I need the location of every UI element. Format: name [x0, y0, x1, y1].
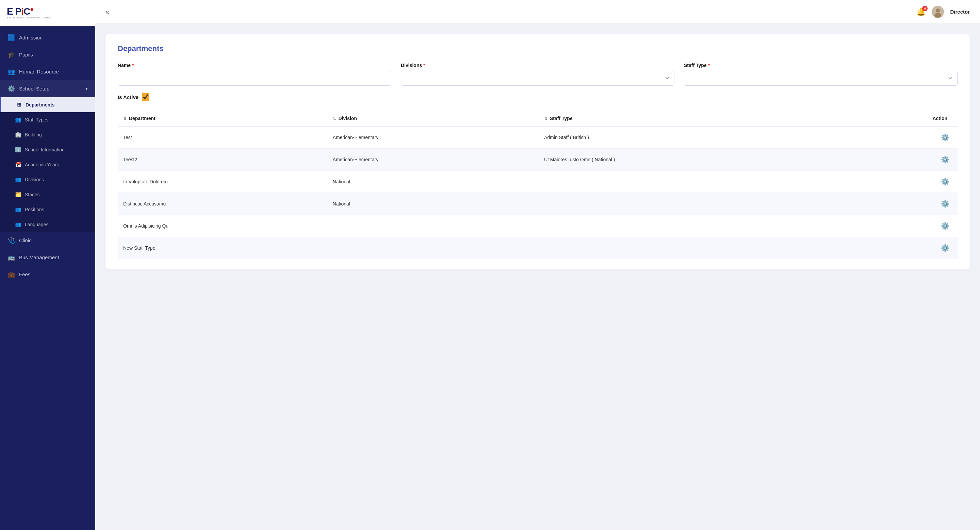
form-row-main: Name * Divisions * American-Elementary N…: [118, 63, 958, 86]
sidebar-label-clinic: Clinic: [19, 238, 88, 243]
departments-icon: ⊞: [16, 102, 22, 108]
sidebar-item-human-resource[interactable]: 👥 Human Resource: [0, 63, 95, 80]
notification-badge: 0: [922, 6, 928, 11]
cell-department: Test: [118, 126, 327, 149]
staff-type-required: *: [708, 63, 710, 68]
topbar: « 🔔 0 Director: [95, 0, 980, 24]
is-active-checkbox[interactable]: [142, 93, 150, 101]
cell-department: Teest2: [118, 149, 327, 171]
settings-button[interactable]: ⚙️: [940, 154, 951, 165]
building-icon: 🏢: [15, 132, 21, 138]
bus-icon: 🚌: [8, 254, 15, 261]
pupils-icon: 🎓: [8, 51, 15, 59]
cell-division: National: [327, 193, 539, 215]
cell-action: ⚙️: [844, 237, 958, 259]
submenu-label-languages: Languages: [25, 222, 48, 227]
submenu-item-academic-years[interactable]: 📅 Academic Years: [0, 157, 95, 172]
academic-years-icon: 📅: [15, 162, 21, 168]
stages-icon: 🗂️: [15, 192, 21, 198]
col-header-staff-type[interactable]: ⇅ Staff Type: [539, 111, 844, 126]
settings-button[interactable]: ⚙️: [940, 176, 951, 187]
chevron-down-icon: ▾: [86, 86, 88, 91]
sidebar-item-clinic[interactable]: 🩺 Clinic: [0, 232, 95, 249]
table-header: ⇅ Department ⇅ Division ⇅ Staff Type: [118, 111, 958, 126]
logo-text: E PiC●: [7, 6, 50, 16]
submenu-label-divisions: Divisions: [25, 177, 44, 182]
sidebar-item-fees[interactable]: 💼 Fees: [0, 266, 95, 283]
submenu-item-staff-types[interactable]: 👥 Staff Types: [0, 112, 95, 127]
submenu-label-academic-years: Academic Years: [25, 162, 59, 167]
table-row: In Voluptate DoloremNational⚙️: [118, 171, 958, 193]
sidebar-nav: 🟦 Admission 🎓 Pupils 👥 Human Resource ⚙️…: [0, 26, 95, 530]
sort-icon-staff-type: ⇅: [544, 117, 547, 121]
sidebar-item-admission[interactable]: 🟦 Admission: [0, 29, 95, 46]
sidebar-item-school-setup[interactable]: ⚙️ School Setup ▾: [0, 80, 95, 97]
submenu-item-languages[interactable]: 👥 Languages: [0, 217, 95, 232]
sidebar-item-pupils[interactable]: 🎓 Pupils: [0, 46, 95, 63]
submenu-item-school-information[interactable]: ℹ️ School Information: [0, 142, 95, 157]
clinic-icon: 🩺: [8, 237, 15, 244]
main-wrapper: « 🔔 0 Director Departments Name *: [95, 0, 980, 530]
cell-division: American-Elementary: [327, 126, 539, 149]
submenu-item-positions[interactable]: 👥 Positions: [0, 202, 95, 217]
avatar: [932, 6, 944, 18]
cell-action: ⚙️: [844, 149, 958, 171]
submenu-item-building[interactable]: 🏢 Building: [0, 127, 95, 142]
sidebar-label-school-setup: School Setup: [19, 86, 81, 92]
submenu-label-stages: Stages: [25, 192, 40, 197]
col-header-division[interactable]: ⇅ Division: [327, 111, 539, 126]
departments-table-container: ⇅ Department ⇅ Division ⇅ Staff Type: [118, 111, 958, 259]
divisions-select[interactable]: American-Elementary National: [401, 71, 675, 86]
settings-button[interactable]: ⚙️: [940, 243, 951, 254]
sidebar-collapse-button[interactable]: «: [105, 8, 109, 16]
settings-button[interactable]: ⚙️: [940, 132, 951, 143]
is-active-label: Is Active: [118, 94, 138, 100]
languages-icon: 👥: [15, 221, 21, 228]
submenu-label-departments: Departments: [25, 102, 55, 108]
fees-icon: 💼: [8, 271, 15, 278]
form-group-divisions: Divisions * American-Elementary National: [401, 63, 675, 86]
settings-button[interactable]: ⚙️: [940, 198, 951, 209]
cell-staff-type: Admin Staff ( British ): [539, 126, 844, 149]
submenu-item-stages[interactable]: 🗂️ Stages: [0, 187, 95, 202]
sidebar-item-bus-management[interactable]: 🚌 Bus Management: [0, 249, 95, 266]
staff-type-select[interactable]: Admin Staff ( British ) Ut Maiores Iusto…: [684, 71, 958, 86]
sort-icon-department: ⇅: [123, 117, 126, 121]
user-name: Director: [950, 9, 970, 14]
submenu-item-divisions[interactable]: 👥 Divisions: [0, 172, 95, 187]
name-label: Name *: [118, 63, 391, 68]
name-input[interactable]: [118, 71, 391, 86]
cell-department: Distinctio Accusamu: [118, 193, 327, 215]
table-row: Omnis Adipisicing Qu⚙️: [118, 215, 958, 237]
settings-button[interactable]: ⚙️: [940, 221, 951, 231]
divisions-icon: 👥: [15, 176, 21, 182]
form-group-staff-type: Staff Type * Admin Staff ( British ) Ut …: [684, 63, 958, 86]
svg-point-2: [934, 13, 941, 18]
cell-division: American-Elementary: [327, 149, 539, 171]
cell-division: [327, 237, 539, 259]
cell-department: Omnis Adipisicing Qu: [118, 215, 327, 237]
table-row: Distinctio AccusamuNational⚙️: [118, 193, 958, 215]
logo-subtitle: Edu Paradigm International College: [7, 16, 50, 19]
school-info-icon: ℹ️: [15, 147, 21, 153]
cell-staff-type: [539, 215, 844, 237]
submenu-label-school-info: School Information: [25, 147, 65, 152]
table-row: Teest2American-ElementaryUt Maiores Iust…: [118, 149, 958, 171]
table-row: New Staff Type⚙️: [118, 237, 958, 259]
logo-area: E PiC● Edu Paradigm International Colleg…: [0, 0, 95, 26]
divisions-label: Divisions *: [401, 63, 675, 68]
name-required: *: [132, 63, 134, 68]
cell-action: ⚙️: [844, 171, 958, 193]
staff-types-icon: 👥: [15, 117, 21, 123]
col-header-department[interactable]: ⇅ Department: [118, 111, 327, 126]
submenu-item-departments[interactable]: ⊞ Departments: [0, 97, 95, 112]
cell-staff-type: [539, 171, 844, 193]
departments-table: ⇅ Department ⇅ Division ⇅ Staff Type: [118, 111, 958, 259]
submenu-label-building: Building: [25, 132, 42, 137]
sidebar: E PiC● Edu Paradigm International Colleg…: [0, 0, 95, 530]
notification-button[interactable]: 🔔 0: [916, 8, 926, 16]
cell-department: In Voluptate Dolorem: [118, 171, 327, 193]
divisions-required: *: [423, 63, 425, 68]
cell-action: ⚙️: [844, 126, 958, 149]
sidebar-label-fees: Fees: [19, 271, 88, 277]
